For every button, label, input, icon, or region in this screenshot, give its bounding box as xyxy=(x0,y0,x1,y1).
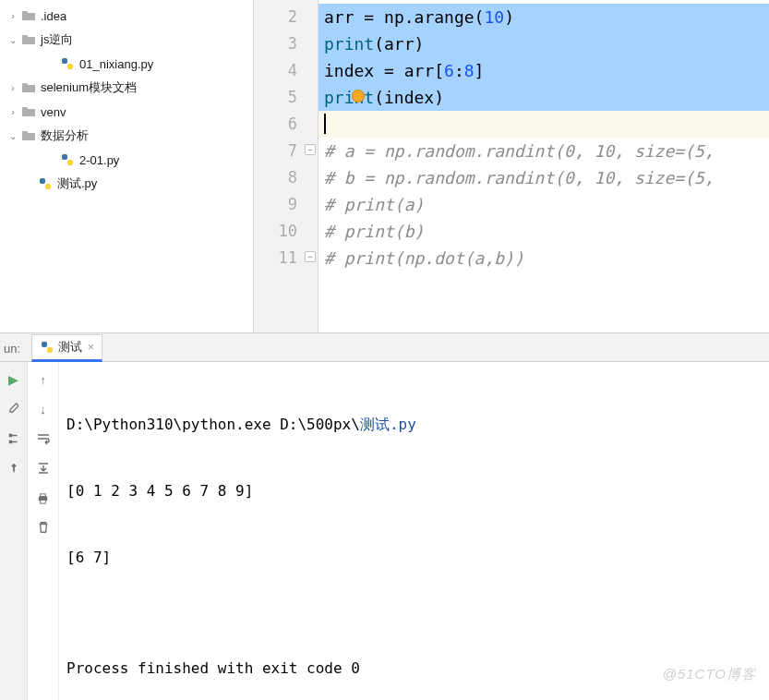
code-line[interactable] xyxy=(318,111,769,138)
code-token: arange xyxy=(415,7,475,27)
code-line[interactable]: print(index) xyxy=(318,84,769,111)
folder-icon xyxy=(20,79,37,96)
tree-item-label: 数据分析 xyxy=(41,127,89,144)
line-number[interactable]: 4 xyxy=(254,57,318,84)
print-button[interactable] xyxy=(33,488,54,508)
code-line[interactable]: # a = np.random.randint(0, 10, size=(5, xyxy=(318,138,769,164)
tree-item-label: venv xyxy=(41,105,66,119)
output-cmd-file: 测试.py xyxy=(360,416,416,433)
code-line[interactable]: print(arr) xyxy=(318,30,769,57)
scroll-to-end-button[interactable] xyxy=(33,458,54,478)
svg-rect-8 xyxy=(8,434,12,438)
code-token: print xyxy=(324,34,374,54)
tree-item-label: 01_nixiang.py xyxy=(79,57,153,71)
svg-rect-1 xyxy=(67,64,73,69)
settings-button[interactable] xyxy=(4,399,24,419)
svg-rect-12 xyxy=(41,500,46,503)
folder-icon xyxy=(20,103,37,120)
watermark: @51CTO博客 xyxy=(663,666,756,683)
code-token: index xyxy=(324,61,384,80)
code-line[interactable]: # print(b) xyxy=(318,218,769,245)
code-editor[interactable]: 234567−891011− arr = np.arange(10)print(… xyxy=(254,0,769,332)
tree-item-label: 测试.py xyxy=(57,175,97,192)
run-panel: un: 测试 × ▶ ↑ ↓ xyxy=(0,332,769,700)
python-file-icon xyxy=(59,55,76,72)
code-token: (index) xyxy=(374,88,444,107)
python-file-icon xyxy=(59,151,76,168)
line-number[interactable]: 8 xyxy=(254,164,318,191)
code-token: = xyxy=(364,7,374,27)
code-line[interactable]: arr = np.arange(10) xyxy=(318,4,769,30)
expand-arrow-icon[interactable]: › xyxy=(6,11,20,21)
run-panel-label: un: xyxy=(4,342,30,361)
code-line[interactable]: # print(a) xyxy=(318,191,769,218)
line-number[interactable]: 11− xyxy=(254,245,318,272)
text-caret xyxy=(324,114,326,134)
rerun-button[interactable]: ▶ xyxy=(4,369,24,390)
soft-wrap-button[interactable] xyxy=(33,428,54,449)
code-token: (arr) xyxy=(374,34,424,54)
line-number[interactable]: 5 xyxy=(254,84,318,111)
code-token: print xyxy=(324,88,374,107)
output-line: [0 1 2 3 4 5 6 7 8 9] xyxy=(66,480,762,502)
expand-arrow-icon[interactable]: ⌄ xyxy=(6,35,20,45)
tree-item-folder[interactable]: ⌄数据分析 xyxy=(0,124,253,148)
code-content[interactable]: arr = np.arange(10)print(arr)index = arr… xyxy=(318,0,769,332)
tree-item-label: .idea xyxy=(41,9,66,23)
code-token: arr[ xyxy=(394,61,444,80)
line-number[interactable]: 2 xyxy=(254,4,318,30)
down-button[interactable]: ↓ xyxy=(33,399,54,419)
line-number[interactable]: 9 xyxy=(254,191,318,218)
output-cmd-prefix: D:\Python310\python.exe D:\500px\ xyxy=(66,416,360,433)
close-icon[interactable]: × xyxy=(88,341,94,354)
code-line[interactable]: # print(np.dot(a,b)) xyxy=(318,245,769,272)
run-output[interactable]: D:\Python310\python.exe D:\500px\测试.py [… xyxy=(59,362,769,700)
code-token: = xyxy=(384,61,394,80)
tree-item-folder[interactable]: ⌄js逆向 xyxy=(0,28,253,52)
svg-rect-0 xyxy=(62,58,67,64)
code-token: np xyxy=(374,7,404,27)
line-number[interactable]: 6 xyxy=(254,111,318,138)
code-token: ( xyxy=(475,7,485,27)
up-button[interactable]: ↑ xyxy=(33,369,54,390)
output-line: Process finished with exit code 0 xyxy=(66,658,762,680)
line-number[interactable]: 7− xyxy=(254,138,318,164)
tree-item-folder[interactable]: ›venv xyxy=(0,100,253,124)
code-token: . xyxy=(404,7,415,27)
delete-button[interactable] xyxy=(33,517,54,537)
expand-arrow-icon[interactable]: › xyxy=(6,83,20,93)
fold-icon[interactable]: − xyxy=(305,251,316,262)
line-number[interactable]: 3 xyxy=(254,30,318,57)
code-line[interactable]: # b = np.random.randint(0, 10, size=(5, xyxy=(318,164,769,191)
output-line: [6 7] xyxy=(66,547,762,569)
svg-rect-6 xyxy=(42,342,47,347)
code-token: 10 xyxy=(484,7,504,27)
tree-item-file[interactable]: ·测试.py xyxy=(0,172,253,196)
tree-item-folder[interactable]: ›.idea xyxy=(0,4,253,28)
pin-button[interactable] xyxy=(4,458,24,478)
project-tree[interactable]: ›.idea⌄js逆向·01_nixiang.py›selenium模块文档›v… xyxy=(0,0,254,332)
python-icon xyxy=(40,340,54,355)
code-line[interactable]: index = arr[6:8] xyxy=(318,57,769,84)
tree-item-label: 2-01.py xyxy=(79,153,119,167)
code-token: 6 xyxy=(444,61,454,80)
tree-item-label: selenium模块文档 xyxy=(41,79,137,96)
code-token: # print(np.dot(a,b)) xyxy=(324,248,524,268)
tree-item-file[interactable]: ·2-01.py xyxy=(0,148,253,172)
tree-item-folder[interactable]: ›selenium模块文档 xyxy=(0,76,253,100)
intention-bulb-icon[interactable] xyxy=(352,90,365,103)
code-token: # print(b) xyxy=(324,222,424,241)
line-number[interactable]: 10 xyxy=(254,218,318,245)
expand-arrow-icon[interactable]: ⌄ xyxy=(6,131,20,141)
svg-rect-9 xyxy=(8,441,12,444)
expand-arrow-icon[interactable]: › xyxy=(6,107,20,117)
code-token: ] xyxy=(475,61,485,80)
tree-item-label: js逆向 xyxy=(41,31,73,48)
fold-icon[interactable]: − xyxy=(305,144,316,155)
python-file-icon xyxy=(37,175,54,192)
svg-rect-11 xyxy=(41,493,46,496)
run-tab[interactable]: 测试 × xyxy=(31,334,102,362)
structure-button[interactable] xyxy=(4,428,24,449)
tree-item-file[interactable]: ·01_nixiang.py xyxy=(0,52,253,76)
code-token: 8 xyxy=(464,61,475,80)
